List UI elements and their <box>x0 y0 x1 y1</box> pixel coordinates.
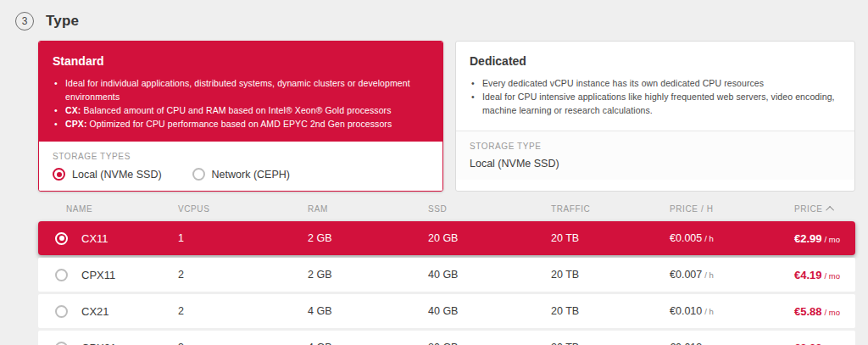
storage-network-label: Network (CEPH) <box>212 169 290 181</box>
plan-name-cell: CPX11 <box>55 269 178 281</box>
dedicated-bullet: Every dedicated vCPU instance has its ow… <box>470 76 841 90</box>
table-row-cx21[interactable]: CX21 2 4 GB 40 GB 20 TB €0.010/ h €5.88/… <box>38 294 855 328</box>
plan-ram: 4 GB <box>308 305 428 317</box>
radio-selected-icon[interactable] <box>55 232 68 245</box>
radio-unselected-icon[interactable] <box>55 305 68 318</box>
bullet-text: Balanced amount of CPU and RAM based on … <box>81 105 391 115</box>
bullet-text: Optimized for CPU performance based on A… <box>87 119 392 129</box>
plan-vcpus: 2 <box>178 269 308 281</box>
standard-bullet: CPX: Optimized for CPU performance based… <box>53 117 429 131</box>
standard-bullet: CX: Balanced amount of CPU and RAM based… <box>53 103 429 117</box>
standard-card-body: Standard Ideal for individual applicatio… <box>39 42 442 141</box>
plan-traffic: 20 TB <box>551 232 670 244</box>
plan-name-cell: CPX21 <box>55 342 178 345</box>
plan-name: CX11 <box>81 232 108 245</box>
plan-price-monthly: €4.19/ mo <box>794 269 845 281</box>
plan-vcpus: 2 <box>178 305 308 317</box>
plan-price-hourly: €0.007/ h <box>670 269 794 281</box>
dedicated-card-body: Dedicated Every dedicated vCPU instance … <box>456 42 854 131</box>
sort-ascending-icon[interactable] <box>826 206 834 214</box>
standard-storage-section: STORAGE TYPES Local (NVMe SSD) Network (… <box>39 141 442 191</box>
plan-vcpus: 1 <box>178 232 308 244</box>
section-title: Type <box>46 13 79 30</box>
column-header-price-label: PRICE <box>794 204 823 214</box>
plan-ram: 2 GB <box>308 232 428 244</box>
standard-bullet-list: Ideal for individual applications, distr… <box>53 76 429 131</box>
dedicated-storage-section: STORAGE TYPE Local (NVMe SSD) <box>456 131 854 180</box>
column-header-vcpus: VCPUS <box>178 204 308 214</box>
plan-ssd: 20 GB <box>428 232 551 244</box>
step-number-badge: 3 <box>15 12 34 31</box>
storage-local-radio[interactable]: Local (NVMe SSD) <box>53 168 162 181</box>
bullet-text: Ideal for CPU intensive applications lik… <box>482 92 835 115</box>
plan-traffic: 20 TB <box>551 269 670 281</box>
bullet-text: Ideal for individual applications, distr… <box>65 78 410 102</box>
type-cards: Standard Ideal for individual applicatio… <box>38 41 855 192</box>
table-row-cpx21[interactable]: CPX21 3 4 GB 80 GB 20 TB €0.013/ h €8.28… <box>38 331 855 345</box>
radio-unselected-icon[interactable] <box>192 168 205 181</box>
storage-local-label: Local (NVMe SSD) <box>72 169 162 181</box>
storage-type-label: STORAGE TYPE <box>470 142 841 151</box>
bullet-prefix: CPX: <box>65 119 87 129</box>
plan-traffic: 20 TB <box>551 305 670 317</box>
plan-ssd: 40 GB <box>428 305 551 317</box>
table-row-cpx11[interactable]: CPX11 2 2 GB 40 GB 20 TB €0.007/ h €4.19… <box>38 258 855 292</box>
column-header-ram: RAM <box>308 204 428 214</box>
plan-price-hourly: €0.013/ h <box>670 342 794 345</box>
dedicated-type-card[interactable]: Dedicated Every dedicated vCPU instance … <box>455 41 855 192</box>
plan-name: CPX11 <box>81 269 115 281</box>
radio-unselected-icon[interactable] <box>55 342 68 345</box>
storage-radio-group: Local (NVMe SSD) Network (CEPH) <box>53 168 429 181</box>
plan-name-cell: CX21 <box>55 305 178 318</box>
column-header-traffic: TRAFFIC <box>551 204 670 214</box>
radio-selected-icon[interactable] <box>53 168 65 181</box>
dedicated-bullet-list: Every dedicated vCPU instance has its ow… <box>470 76 841 117</box>
bullet-prefix: CX: <box>65 105 81 115</box>
table-row-cx11[interactable]: CX11 1 2 GB 20 GB 20 TB €0.005/ h €2.99/… <box>38 221 855 255</box>
plan-name: CX21 <box>81 305 109 318</box>
plan-ssd: 80 GB <box>428 342 551 345</box>
standard-type-card[interactable]: Standard Ideal for individual applicatio… <box>38 41 443 192</box>
section-header: 3 Type <box>0 8 868 41</box>
storage-network-radio[interactable]: Network (CEPH) <box>192 168 290 181</box>
plan-traffic: 20 TB <box>551 342 670 345</box>
column-header-name: NAME <box>55 204 178 214</box>
column-header-ssd: SSD <box>428 204 551 214</box>
storage-types-label: STORAGE TYPES <box>53 152 429 161</box>
storage-type-value: Local (NVMe SSD) <box>470 158 841 170</box>
plan-vcpus: 3 <box>178 342 308 345</box>
plan-ram: 4 GB <box>308 342 428 345</box>
server-type-section: 3 Type Standard Ideal for individual app… <box>0 0 868 345</box>
plan-price-monthly: €2.99/ mo <box>794 232 845 245</box>
plan-price-hourly: €0.010/ h <box>670 305 794 317</box>
plan-ssd: 40 GB <box>428 269 551 281</box>
plan-name: CPX21 <box>81 342 116 345</box>
plan-price-monthly: €8.28/ mo <box>794 342 845 345</box>
column-header-price[interactable]: PRICE <box>794 204 845 214</box>
server-plan-table: NAME VCPUS RAM SSD TRAFFIC PRICE / H PRI… <box>38 197 855 345</box>
plan-name-cell: CX11 <box>55 232 178 245</box>
dedicated-bullet: Ideal for CPU intensive applications lik… <box>470 90 841 117</box>
dedicated-card-title: Dedicated <box>470 54 841 68</box>
plan-price-hourly: €0.005/ h <box>670 232 794 244</box>
standard-card-title: Standard <box>53 54 429 68</box>
table-header-row: NAME VCPUS RAM SSD TRAFFIC PRICE / H PRI… <box>38 197 855 221</box>
plan-ram: 2 GB <box>308 269 428 281</box>
radio-unselected-icon[interactable] <box>55 269 68 281</box>
plan-price-monthly: €5.88/ mo <box>794 305 845 318</box>
column-header-price-h: PRICE / H <box>670 204 794 214</box>
bullet-text: Every dedicated vCPU instance has its ow… <box>482 78 764 88</box>
standard-bullet: Ideal for individual applications, distr… <box>53 76 429 103</box>
